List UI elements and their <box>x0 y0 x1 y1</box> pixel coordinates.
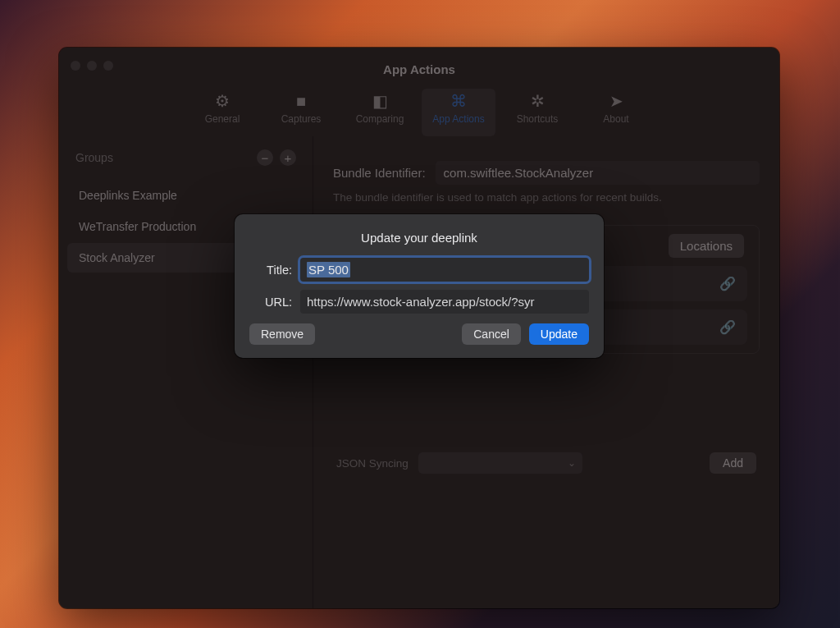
zoom-icon[interactable] <box>103 61 113 71</box>
bundle-id-hint: The bundle identifier is used to match a… <box>333 191 760 204</box>
titlebar: App Actions <box>59 48 779 87</box>
title-input[interactable]: SP 500 <box>300 258 589 282</box>
tab-label: Comparing <box>356 113 404 125</box>
url-input[interactable]: https://www.stock-analyzer.app/stock/?sy… <box>300 290 589 314</box>
tab-captures[interactable]: ■ Captures <box>264 89 338 136</box>
bundle-id-label: Bundle Identifier: <box>333 166 426 180</box>
sidebar: Groups − + Deeplinks Example WeTransfer … <box>59 136 313 608</box>
tab-general[interactable]: ⚙ General <box>185 89 259 136</box>
compare-icon: ◧ <box>372 92 388 110</box>
url-label: URL: <box>249 296 292 309</box>
update-deeplink-dialog: Update your deeplink Title: SP 500 URL: … <box>235 214 604 358</box>
remove-button[interactable]: Remove <box>249 323 315 345</box>
tab-app-actions[interactable]: ⌘ App Actions <box>422 89 495 136</box>
bundle-id-field[interactable]: com.swiftlee.StockAnalyzer <box>436 161 760 185</box>
minimize-icon[interactable] <box>87 61 97 71</box>
traffic-lights <box>71 61 113 71</box>
tab-shortcuts[interactable]: ✲ Shortcuts <box>500 89 574 136</box>
add-button[interactable]: Add <box>710 452 756 474</box>
command-icon: ⌘ <box>450 92 467 110</box>
title-label: Title: <box>249 264 292 277</box>
sidebar-item-deeplinks-example[interactable]: Deeplinks Example <box>67 181 304 210</box>
tab-label: Captures <box>281 113 322 125</box>
cancel-button[interactable]: Cancel <box>462 323 521 345</box>
window-title: App Actions <box>59 59 779 76</box>
groups-header: Groups − + <box>67 146 304 181</box>
toolbar: ⚙ General ■ Captures ◧ Comparing ⌘ App A… <box>59 87 779 136</box>
link-icon[interactable]: 🔗 <box>719 276 736 291</box>
tab-label: App Actions <box>432 113 484 125</box>
link-icon[interactable]: 🔗 <box>719 319 736 335</box>
tab-comparing[interactable]: ◧ Comparing <box>343 89 417 136</box>
add-group-button[interactable]: + <box>280 149 296 166</box>
tab-about[interactable]: ➤ About <box>579 89 653 136</box>
dialog-title: Update your deeplink <box>249 231 589 245</box>
camera-icon: ■ <box>296 92 306 110</box>
tab-label: About <box>603 113 628 125</box>
tab-label: Shortcuts <box>517 113 559 125</box>
json-sync-dropdown[interactable]: ⌄ <box>418 452 582 474</box>
gear-icon: ⚙ <box>215 92 230 110</box>
remove-group-button[interactable]: − <box>257 149 273 166</box>
rocket-icon: ➤ <box>609 92 623 110</box>
shortcuts-icon: ✲ <box>531 92 545 110</box>
tab-label: General <box>205 113 240 125</box>
close-icon[interactable] <box>71 61 80 71</box>
action-tab-locations[interactable]: Locations <box>669 234 744 258</box>
json-sync-label: JSON Syncing <box>336 457 409 470</box>
update-button[interactable]: Update <box>529 323 589 345</box>
groups-label: Groups <box>75 151 113 164</box>
main-panel: Bundle Identifier: com.swiftlee.StockAna… <box>313 136 779 608</box>
